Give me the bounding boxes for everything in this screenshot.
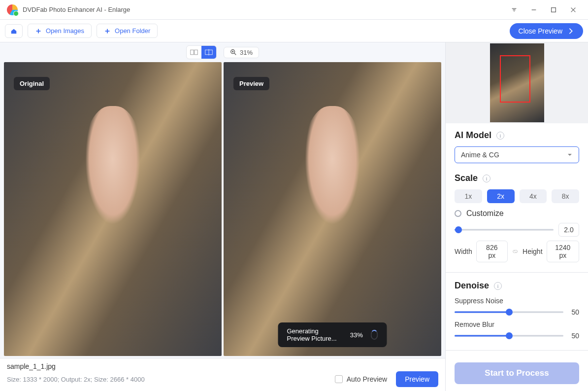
window-menu-button[interactable] bbox=[504, 2, 524, 17]
spinner-icon bbox=[371, 330, 378, 340]
remove-blur-label: Remove Blur bbox=[455, 320, 579, 328]
generating-text: Generating Preview Picture... bbox=[287, 327, 342, 342]
width-input[interactable]: 826 px bbox=[476, 241, 508, 262]
height-label: Height bbox=[523, 248, 542, 255]
home-button[interactable] bbox=[5, 24, 23, 38]
info-icon[interactable]: i bbox=[494, 282, 502, 290]
minimize-button[interactable] bbox=[524, 2, 544, 17]
scale-slider[interactable] bbox=[455, 225, 554, 234]
close-preview-button[interactable]: Close Preview bbox=[510, 23, 583, 39]
scale-1x[interactable]: 1x bbox=[455, 189, 482, 203]
chevron-down-icon bbox=[567, 152, 573, 158]
svg-rect-0 bbox=[552, 7, 556, 12]
scale-value[interactable]: 2.0 bbox=[558, 223, 579, 237]
height-input[interactable]: 1240 px bbox=[547, 241, 579, 262]
scale-preset-group: 1x 2x 4x 8x bbox=[455, 189, 579, 203]
width-label: Width bbox=[455, 248, 472, 255]
main-toolbar: Open Images Open Folder Close Preview bbox=[0, 20, 588, 42]
close-button[interactable] bbox=[563, 2, 583, 17]
auto-preview-label: Auto Preview bbox=[347, 375, 387, 383]
checkbox-icon bbox=[335, 375, 343, 383]
denoise-heading: Denoise bbox=[455, 281, 489, 291]
link-icon[interactable] bbox=[512, 248, 519, 255]
start-process-button[interactable]: Start to Process bbox=[455, 362, 579, 384]
viewport-selector[interactable] bbox=[500, 55, 530, 103]
close-preview-label: Close Preview bbox=[519, 27, 562, 35]
scale-4x[interactable]: 4x bbox=[520, 189, 547, 203]
file-meta: Size: 1333 * 2000; Output: 2x; Size: 266… bbox=[7, 376, 145, 383]
open-images-label: Open Images bbox=[46, 27, 84, 35]
view-controls: 31% bbox=[0, 42, 445, 62]
generating-percent: 33% bbox=[350, 331, 363, 339]
scale-heading: Scale bbox=[455, 173, 478, 183]
original-badge: Original bbox=[14, 77, 50, 90]
chevron-right-icon bbox=[567, 28, 574, 35]
denoise-section: Denoise i Suppress Noise 50 Remove Blur … bbox=[455, 281, 579, 340]
preview-pane[interactable]: Preview Generating Preview Picture... 33… bbox=[224, 62, 441, 356]
suppress-noise-slider[interactable] bbox=[455, 308, 563, 317]
scale-8x[interactable]: 8x bbox=[552, 189, 579, 203]
suppress-noise-value: 50 bbox=[568, 308, 579, 316]
open-images-button[interactable]: Open Images bbox=[28, 24, 92, 38]
svg-rect-1 bbox=[191, 50, 194, 55]
compare-mode-toggle bbox=[186, 45, 217, 59]
footer: sample_1_1.jpg Size: 1333 * 2000; Output… bbox=[0, 358, 445, 391]
open-folder-button[interactable]: Open Folder bbox=[97, 24, 158, 38]
split-mode[interactable] bbox=[201, 46, 216, 59]
zoom-control[interactable]: 31% bbox=[224, 47, 259, 58]
ai-model-heading: AI Model bbox=[455, 130, 491, 141]
radio-icon bbox=[455, 210, 461, 217]
customize-label: Customize bbox=[466, 209, 504, 218]
ai-model-section: AI Model i Anime & CG bbox=[455, 130, 579, 163]
scale-2x[interactable]: 2x bbox=[487, 189, 515, 203]
info-icon[interactable]: i bbox=[496, 132, 504, 140]
preview-badge: Preview bbox=[233, 77, 269, 90]
suppress-noise-label: Suppress Noise bbox=[455, 297, 579, 305]
info-icon[interactable]: i bbox=[483, 175, 490, 182]
side-by-side-mode[interactable] bbox=[187, 46, 201, 59]
titlebar: DVDFab Photo Enhancer AI - Enlarge bbox=[0, 0, 588, 20]
ai-model-select[interactable]: Anime & CG bbox=[455, 146, 579, 163]
original-pane[interactable]: Original bbox=[4, 62, 222, 356]
remove-blur-value: 50 bbox=[568, 332, 579, 340]
remove-blur-slider[interactable] bbox=[455, 331, 563, 340]
maximize-button[interactable] bbox=[544, 2, 563, 17]
customize-radio[interactable]: Customize bbox=[455, 209, 579, 218]
magnifier-icon bbox=[230, 49, 237, 56]
main-area: 31% Original Preview Generating Preview … bbox=[0, 42, 445, 391]
auto-preview-toggle[interactable]: Auto Preview bbox=[335, 375, 387, 383]
thumbnail-nav[interactable] bbox=[446, 42, 588, 123]
open-folder-label: Open Folder bbox=[115, 27, 150, 35]
preview-button[interactable]: Preview bbox=[396, 371, 438, 387]
scale-section: Scale i 1x 2x 4x 8x Customize bbox=[455, 173, 579, 262]
side-panel: AI Model i Anime & CG Scale i 1x 2x 4x bbox=[445, 42, 588, 391]
filename: sample_1_1.jpg bbox=[7, 362, 438, 370]
preview-compare: Original Preview Generating Preview Pict… bbox=[0, 62, 445, 358]
app-title: DVDFab Photo Enhancer AI - Enlarge bbox=[23, 6, 130, 13]
app-logo bbox=[7, 4, 18, 15]
thumbnail-image bbox=[490, 43, 544, 122]
ai-model-value: Anime & CG bbox=[461, 151, 499, 159]
svg-rect-2 bbox=[195, 50, 197, 55]
generating-status: Generating Preview Picture... 33% bbox=[278, 322, 387, 347]
zoom-value: 31% bbox=[240, 49, 253, 56]
